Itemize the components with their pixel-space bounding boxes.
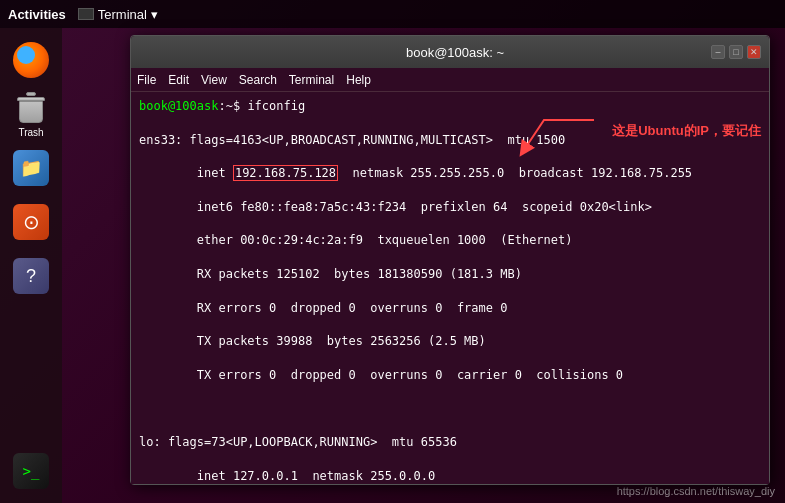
inet6-line: inet6 fe80::fea8:7a5c:43:f234 prefixlen …: [139, 200, 652, 214]
trash-label: Trash: [18, 127, 43, 138]
window-controls: – □ ✕: [711, 45, 761, 59]
terminal-titlebar: book@100ask: ~ – □ ✕: [131, 36, 769, 68]
menu-help[interactable]: Help: [346, 73, 371, 87]
sidebar-item-terminal[interactable]: >_: [7, 447, 55, 495]
sidebar-item-files[interactable]: 📁: [7, 144, 55, 192]
terminal-label: Terminal: [98, 7, 147, 22]
sidebar-item-trash[interactable]: Trash: [7, 90, 55, 138]
inet-line: inet 192.168.75.128 netmask 255.255.255.…: [139, 165, 692, 181]
rx-errors-line: RX errors 0 dropped 0 overruns 0 frame 0: [139, 301, 507, 315]
trash-icon: [13, 90, 49, 125]
activities-label[interactable]: Activities: [8, 7, 66, 22]
ether-line: ether 00:0c:29:4c:2a:f9 txqueuelen 1000 …: [139, 233, 572, 247]
terminal-side-icon: >_: [13, 453, 49, 489]
ubuntu-icon: ⊙: [13, 204, 49, 240]
top-bar: Activities Terminal ▾: [0, 0, 785, 28]
terminal-menubar: File Edit View Search Terminal Help: [131, 68, 769, 92]
menu-terminal[interactable]: Terminal: [289, 73, 334, 87]
terminal-title: book@100ask: ~: [199, 45, 711, 60]
menu-edit[interactable]: Edit: [168, 73, 189, 87]
help-icon: ?: [13, 258, 49, 294]
firefox-icon: [13, 42, 49, 78]
terminal-small-icon: [78, 8, 94, 20]
menu-file[interactable]: File: [137, 73, 156, 87]
desktop: Activities Terminal ▾ Trash 📁 ⊙: [0, 0, 785, 503]
minimize-button[interactable]: –: [711, 45, 725, 59]
trash-handle: [26, 92, 36, 96]
rx-packets-line: RX packets 125102 bytes 181380590 (181.3…: [139, 267, 522, 281]
sidebar-item-help[interactable]: ?: [7, 252, 55, 300]
tx-packets-line: TX packets 39988 bytes 2563256 (2.5 MB): [139, 334, 486, 348]
footer-url: https://blog.csdn.net/thisway_diy: [617, 485, 775, 497]
lo-inet-line: inet 127.0.0.1 netmask 255.0.0.0: [139, 469, 435, 483]
terminal-menu-item[interactable]: Terminal ▾: [78, 7, 158, 22]
ip-address: 192.168.75.128: [233, 165, 338, 181]
dropdown-arrow: ▾: [151, 7, 158, 22]
menu-search[interactable]: Search: [239, 73, 277, 87]
tx-errors-line: TX errors 0 dropped 0 overruns 0 carrier…: [139, 368, 623, 382]
annotation-arrow-svg: [504, 112, 604, 162]
files-icon: 📁: [13, 150, 49, 186]
menu-view[interactable]: View: [201, 73, 227, 87]
terminal-window: book@100ask: ~ – □ ✕ File Edit View Sear…: [130, 35, 770, 485]
sidebar-item-ubuntu[interactable]: ⊙: [7, 198, 55, 246]
close-button[interactable]: ✕: [747, 45, 761, 59]
terminal-content[interactable]: 这是Ubuntu的IP，要记住 book@100ask:~$ ifconfig …: [131, 92, 769, 484]
cmd-1: :~$ ifconfig: [218, 99, 305, 113]
sidebar-item-firefox[interactable]: [7, 36, 55, 84]
maximize-button[interactable]: □: [729, 45, 743, 59]
trash-body: [19, 101, 43, 123]
sidebar: Trash 📁 ⊙ ? >_: [0, 28, 62, 503]
ens33-line: ens33: flags=4163<UP,BROADCAST,RUNNING,M…: [139, 133, 565, 147]
lo-line: lo: flags=73<UP,LOOPBACK,RUNNING> mtu 65…: [139, 435, 457, 449]
terminal-output: book@100ask:~$ ifconfig ens33: flags=416…: [139, 98, 761, 484]
prompt-1: book@100ask: [139, 99, 218, 113]
